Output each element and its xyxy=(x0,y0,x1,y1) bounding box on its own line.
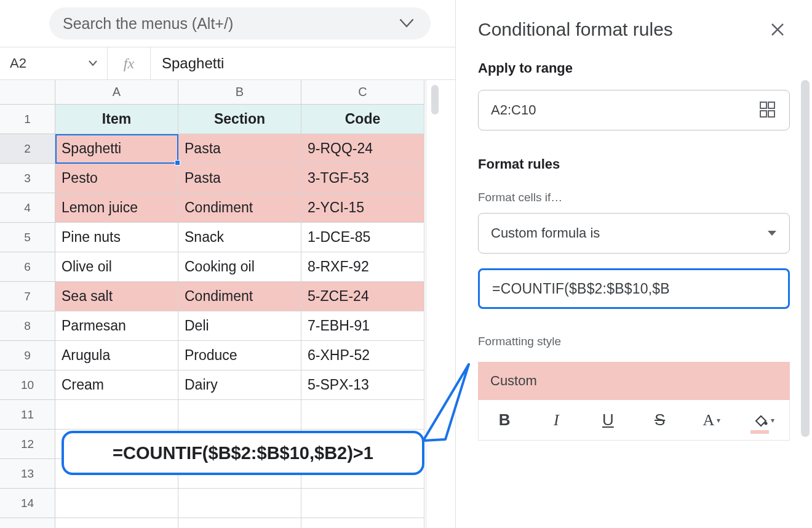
row-header[interactable]: 15 xyxy=(0,518,55,528)
fx-icon: fx xyxy=(108,47,151,79)
name-box-value: A2 xyxy=(10,55,26,71)
paint-bucket-icon xyxy=(752,412,768,428)
close-icon xyxy=(771,23,784,36)
menu-search[interactable]: Search the menus (Alt+/) xyxy=(49,7,431,39)
range-picker-icon[interactable] xyxy=(760,102,777,119)
format-rules-label: Format rules xyxy=(478,156,790,172)
table-row: ArugulaProduce6-XHP-52 xyxy=(55,341,424,370)
row-header[interactable]: 6 xyxy=(0,252,55,282)
row-header[interactable]: 2 xyxy=(0,134,55,164)
cell[interactable]: Condiment xyxy=(178,282,301,311)
cell[interactable]: Arugula xyxy=(55,341,178,370)
cell[interactable]: Item xyxy=(55,105,178,134)
cell[interactable] xyxy=(55,489,178,518)
row-header[interactable]: 8 xyxy=(0,311,55,341)
cell[interactable]: Lemon juice xyxy=(55,193,178,223)
cell[interactable]: 7-EBH-91 xyxy=(301,311,424,341)
custom-formula-value: =COUNTIF($B$2:$B$10,$B xyxy=(492,281,670,297)
cell[interactable]: Parmesan xyxy=(55,311,178,341)
table-row: PestoPasta3-TGF-53 xyxy=(55,164,424,193)
apply-range-value: A2:C10 xyxy=(491,102,536,118)
cell[interactable]: 1-DCE-85 xyxy=(301,223,424,252)
row-header[interactable]: 1 xyxy=(0,105,55,134)
row-header[interactable]: 11 xyxy=(0,400,55,430)
column-header[interactable]: A xyxy=(55,80,178,105)
text-color-button[interactable]: A ▾ xyxy=(686,400,738,440)
row-header[interactable]: 10 xyxy=(0,370,55,400)
cell[interactable]: Cream xyxy=(55,370,178,400)
cell[interactable]: Condiment xyxy=(178,193,301,223)
chevron-down-icon xyxy=(400,19,413,28)
cell[interactable] xyxy=(55,400,178,430)
fill-color-swatch xyxy=(750,430,769,434)
table-row xyxy=(55,489,424,518)
cell[interactable]: Pesto xyxy=(55,164,178,193)
formatting-style-label: Formatting style xyxy=(478,335,790,348)
menu-search-placeholder: Search the menus (Alt+/) xyxy=(63,15,233,33)
style-preview-text: Custom xyxy=(490,373,537,389)
table-row: ParmesanDeli7-EBH-91 xyxy=(55,311,424,341)
close-button[interactable] xyxy=(765,17,790,42)
underline-button[interactable]: U xyxy=(582,400,634,440)
cell[interactable] xyxy=(178,400,301,430)
style-toolbar: B I U S A ▾ ▾ xyxy=(478,400,790,441)
table-row: Pine nutsSnack1-DCE-85 xyxy=(55,223,424,252)
cell[interactable]: Section xyxy=(178,105,301,134)
cell[interactable] xyxy=(55,518,178,528)
italic-button[interactable]: I xyxy=(530,400,582,440)
sheet-vertical-scrollbar[interactable] xyxy=(426,80,443,528)
column-header[interactable]: B xyxy=(178,80,301,105)
cell[interactable]: Olive oil xyxy=(55,252,178,282)
format-cells-if-label: Format cells if… xyxy=(478,191,790,204)
cell[interactable] xyxy=(301,489,424,518)
cell[interactable] xyxy=(178,518,301,528)
row-header[interactable]: 14 xyxy=(0,489,55,518)
caret-down-icon xyxy=(767,230,777,236)
table-row xyxy=(55,518,424,528)
cell[interactable] xyxy=(301,518,424,528)
fill-color-button[interactable]: ▾ xyxy=(738,400,789,440)
cell[interactable]: Snack xyxy=(178,223,301,252)
cell[interactable]: 2-YCI-15 xyxy=(301,193,424,223)
cell[interactable]: Dairy xyxy=(178,370,301,400)
cell[interactable]: Sea salt xyxy=(55,282,178,311)
panel-scrollbar[interactable] xyxy=(801,80,810,437)
cell[interactable]: 5-ZCE-24 xyxy=(301,282,424,311)
cell[interactable]: Pine nuts xyxy=(55,223,178,252)
table-row: ItemSectionCode xyxy=(55,105,424,134)
row-header[interactable]: 3 xyxy=(0,164,55,193)
cell[interactable]: Deli xyxy=(178,311,301,341)
row-header[interactable]: 9 xyxy=(0,341,55,370)
cell[interactable]: Cooking oil xyxy=(178,252,301,282)
cell[interactable]: 9-RQQ-24 xyxy=(301,134,424,164)
column-header[interactable]: C xyxy=(301,80,424,105)
table-row: CreamDairy5-SPX-13 xyxy=(55,370,424,400)
condition-select[interactable]: Custom formula is xyxy=(478,213,790,254)
select-all-corner[interactable] xyxy=(0,80,55,105)
row-header[interactable]: 7 xyxy=(0,282,55,311)
cell[interactable] xyxy=(178,489,301,518)
cell[interactable]: Pasta xyxy=(178,134,301,164)
cell[interactable]: Code xyxy=(301,105,424,134)
row-header[interactable]: 12 xyxy=(0,430,55,459)
row-header[interactable]: 5 xyxy=(0,223,55,252)
formula-callout-text: =COUNTIF($B$2:$B$10,$B2)>1 xyxy=(113,443,373,463)
style-preview[interactable]: Custom xyxy=(478,362,790,400)
custom-formula-input[interactable]: =COUNTIF($B$2:$B$10,$B xyxy=(478,268,790,309)
cell[interactable]: Produce xyxy=(178,341,301,370)
apply-range-input[interactable]: A2:C10 xyxy=(478,90,790,130)
cell[interactable]: Spaghetti xyxy=(55,134,178,164)
name-box[interactable]: A2 xyxy=(0,47,108,79)
scrollbar-thumb[interactable] xyxy=(431,85,439,114)
cell[interactable]: 8-RXF-92 xyxy=(301,252,424,282)
caret-down-icon: ▾ xyxy=(717,416,720,425)
condition-value: Custom formula is xyxy=(491,225,600,241)
svg-point-0 xyxy=(764,422,767,425)
row-header[interactable]: 4 xyxy=(0,193,55,223)
strikethrough-button[interactable]: S xyxy=(634,400,686,440)
table-row: Sea saltCondiment5-ZCE-24 xyxy=(55,282,424,311)
table-row: SpaghettiPasta9-RQQ-24 xyxy=(55,134,424,164)
cell[interactable]: Pasta xyxy=(178,164,301,193)
cell[interactable]: 3-TGF-53 xyxy=(301,164,424,193)
row-header[interactable]: 13 xyxy=(0,459,55,489)
